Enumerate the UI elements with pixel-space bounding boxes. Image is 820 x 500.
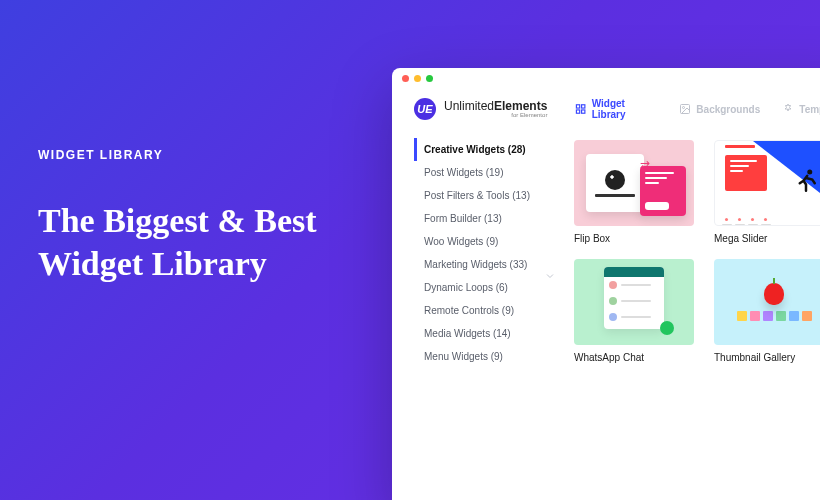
brand-name-b: Elements <box>494 99 547 113</box>
brand-text: UnlimitedElements for Elementor <box>444 100 547 118</box>
sidebar-item-post-widgets[interactable]: Post Widgets (19) <box>414 161 554 184</box>
tab-label: Widget Library <box>592 98 658 120</box>
tab-label: Backgrounds <box>696 104 760 115</box>
widget-thumb <box>574 259 694 345</box>
runner-icon <box>791 163 820 201</box>
tab-widget-library[interactable]: Widget Library <box>575 98 657 120</box>
window-close-icon[interactable] <box>402 75 409 82</box>
widget-card-flip-box[interactable]: ⇄ Flip Box <box>574 140 694 249</box>
widget-label: WhatsApp Chat <box>574 352 694 363</box>
window-titlebar <box>392 68 820 88</box>
widget-card-whatsapp-chat[interactable]: WhatsApp Chat <box>574 259 694 368</box>
svg-rect-1 <box>582 105 585 108</box>
widget-label: Flip Box <box>574 233 694 244</box>
widget-label: Mega Slider <box>714 233 820 244</box>
svg-point-6 <box>807 170 812 175</box>
tab-templates[interactable]: Templates <box>782 98 820 120</box>
sidebar-item-menu-widgets[interactable]: Menu Widgets (9) <box>414 345 554 368</box>
svg-point-5 <box>683 107 685 109</box>
widget-grid: ⇄ Flip Box <box>554 138 820 368</box>
app-header: UE UnlimitedElements for Elementor Widge… <box>392 88 820 128</box>
widget-thumb <box>714 259 820 345</box>
sidebar-item-form-builder[interactable]: Form Builder (13) <box>414 207 554 230</box>
sidebar-item-creative-widgets[interactable]: Creative Widgets (28) <box>414 138 554 161</box>
svg-rect-3 <box>582 110 585 113</box>
sidebar-item-woo-widgets[interactable]: Woo Widgets (9) <box>414 230 554 253</box>
sidebar-item-dynamic-loops[interactable]: Dynamic Loops (6) <box>414 276 554 299</box>
widget-card-thumbnail-gallery[interactable]: Thumbnail Gallery <box>714 259 820 368</box>
widget-thumb <box>714 140 820 226</box>
brand-logo-icon: UE <box>414 98 436 120</box>
app-window: UE UnlimitedElements for Elementor Widge… <box>392 68 820 500</box>
sidebar-item-marketing-widgets[interactable]: Marketing Widgets (33) <box>414 253 554 276</box>
hero-headline: The Biggest & Best Widget Library <box>38 200 398 285</box>
bell-icon <box>782 103 794 115</box>
image-icon <box>679 103 691 115</box>
grid-icon <box>575 103 586 115</box>
sidebar-item-media-widgets[interactable]: Media Widgets (14) <box>414 322 554 345</box>
header-tabs: Widget Library Backgrounds Templates <box>575 98 820 120</box>
sidebar-item-post-filters[interactable]: Post Filters & Tools (13) <box>414 184 554 207</box>
sidebar-item-remote-controls[interactable]: Remote Controls (9) <box>414 299 554 322</box>
widget-label: Thumbnail Gallery <box>714 352 820 363</box>
hero: WIDGET LIBRARY The Biggest & Best Widget… <box>38 148 398 285</box>
sidebar: Creative Widgets (28) Post Widgets (19) … <box>414 138 554 368</box>
stage: WIDGET LIBRARY The Biggest & Best Widget… <box>0 0 820 500</box>
hero-eyebrow: WIDGET LIBRARY <box>38 148 398 162</box>
whatsapp-fab-icon <box>660 321 674 335</box>
window-zoom-icon[interactable] <box>426 75 433 82</box>
widget-card-mega-slider[interactable]: Mega Slider <box>714 140 820 249</box>
chevron-down-icon[interactable] <box>544 268 556 286</box>
brand: UE UnlimitedElements for Elementor <box>414 98 547 120</box>
svg-rect-2 <box>577 110 580 113</box>
window-minimize-icon[interactable] <box>414 75 421 82</box>
svg-rect-0 <box>577 105 580 108</box>
tab-label: Templates <box>799 104 820 115</box>
app-body: Creative Widgets (28) Post Widgets (19) … <box>392 128 820 368</box>
tab-backgrounds[interactable]: Backgrounds <box>679 98 760 120</box>
apple-icon <box>764 283 784 305</box>
widget-thumb: ⇄ <box>574 140 694 226</box>
brand-name-a: Unlimited <box>444 99 494 113</box>
